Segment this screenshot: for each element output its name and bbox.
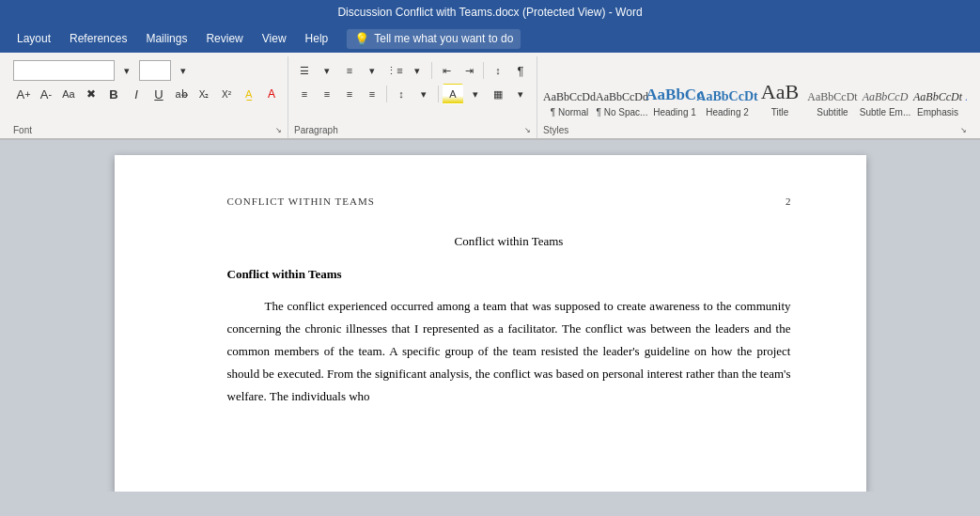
style-title-label: Title xyxy=(771,107,789,117)
para-divider1 xyxy=(431,62,432,79)
style-normal-label: ¶ Normal xyxy=(551,107,588,117)
tell-me-box[interactable]: 💡 Tell me what you want to do xyxy=(347,29,521,49)
style-emphasis[interactable]: AaBbCcDt Emphasis xyxy=(911,60,964,120)
style-heading2-label: Heading 2 xyxy=(706,107,749,117)
numbering-dropdown[interactable]: ▾ xyxy=(362,60,382,81)
font-grow-btn[interactable]: A+ xyxy=(13,84,34,104)
style-no-space[interactable]: AaBbCcDd ¶ No Spac... xyxy=(596,60,648,120)
style-intense-preview: AaBbCcDt xyxy=(966,65,967,104)
strikethrough-btn[interactable]: ab̶ xyxy=(171,84,192,104)
menu-bar: Layout References Mailings Review View H… xyxy=(0,24,980,53)
align-left-btn[interactable]: ≡ xyxy=(294,84,315,104)
subscript-btn[interactable]: X₂ xyxy=(194,84,214,104)
menu-references[interactable]: References xyxy=(60,28,136,49)
font-size-input[interactable] xyxy=(139,60,171,81)
style-subtle-em-preview: AaBbCcD xyxy=(863,65,909,104)
style-emphasis-label: Emphasis xyxy=(917,107,958,117)
shading-btn[interactable]: A xyxy=(443,84,463,104)
style-normal[interactable]: AaBbCcDd ¶ Normal xyxy=(543,60,596,120)
font-expand-icon[interactable]: ↘ xyxy=(275,126,282,134)
font-group-label: Font ↘ xyxy=(13,123,282,138)
menu-review[interactable]: Review xyxy=(196,28,252,49)
menu-mailings[interactable]: Mailings xyxy=(136,28,196,49)
font-color-btn[interactable]: A xyxy=(261,84,282,104)
font-label-text: Font xyxy=(13,125,32,135)
indent-increase-btn[interactable]: ⇥ xyxy=(459,60,479,81)
page-center-title: Conflict within Teams xyxy=(227,230,791,252)
font-shrink-btn[interactable]: A- xyxy=(36,84,56,104)
title-bar: Discussion Conflict with Teams.docx (Pro… xyxy=(0,0,980,24)
paragraph-group-body: ☰ ▾ ≡ ▾ ⋮≡ ▾ ⇤ ⇥ ↕ ¶ ≡ ≡ ≡ ≡ xyxy=(294,56,531,123)
align-center-btn[interactable]: ≡ xyxy=(317,84,337,104)
section-heading: Conflict within Teams xyxy=(227,263,791,285)
indent-decrease-btn[interactable]: ⇤ xyxy=(436,60,457,81)
line-spacing-btn[interactable]: ↕ xyxy=(391,84,412,104)
align-justify-btn[interactable]: ≡ xyxy=(362,84,382,104)
italic-btn[interactable]: I xyxy=(126,84,147,104)
style-subtitle[interactable]: AaBbCcDt Subtitle xyxy=(806,60,859,120)
clear-format-btn[interactable]: ✖ xyxy=(81,84,101,104)
styles-body: AaBbCcDd ¶ Normal AaBbCcDd ¶ No Spac... xyxy=(543,56,967,123)
style-no-space-label: ¶ No Spac... xyxy=(597,107,648,117)
style-title[interactable]: AaB Title xyxy=(754,60,806,120)
para-row1: ☰ ▾ ≡ ▾ ⋮≡ ▾ ⇤ ⇥ ↕ ¶ xyxy=(294,60,531,81)
ribbon-groups-row: ▾ ▾ A+ A- Aa ✖ B I U ab̶ X₂ X² A̲ A xyxy=(0,53,980,138)
para-label-text: Paragraph xyxy=(294,125,338,135)
bullets-btn[interactable]: ☰ xyxy=(294,60,315,81)
font-name-dropdown[interactable]: ▾ xyxy=(117,60,137,81)
align-right-btn[interactable]: ≡ xyxy=(339,84,360,104)
lightbulb-icon: 💡 xyxy=(354,32,369,46)
style-heading2-preview: AaBbCcDt xyxy=(696,65,757,104)
style-emphasis-preview: AaBbCcDt xyxy=(913,65,962,104)
multilevel-btn[interactable]: ⋮≡ xyxy=(384,60,405,81)
style-heading1-label: Heading 1 xyxy=(653,107,696,117)
menu-help[interactable]: Help xyxy=(296,28,338,49)
style-subtle-em-label: Subtle Em... xyxy=(860,107,910,117)
style-heading2[interactable]: AaBbCcDt Heading 2 xyxy=(701,60,754,120)
header-right: 2 xyxy=(786,193,791,211)
tell-me-text: Tell me what you want to do xyxy=(374,32,513,45)
styles-label-text: Styles xyxy=(543,125,568,135)
para-divider4 xyxy=(438,86,439,102)
font-size-dropdown[interactable]: ▾ xyxy=(173,60,194,81)
style-subtle-em[interactable]: AaBbCcD Subtle Em... xyxy=(859,60,911,120)
menu-layout[interactable]: Layout xyxy=(8,28,60,49)
styles-group: AaBbCcDd ¶ Normal AaBbCcDd ¶ No Spac... xyxy=(537,56,972,138)
border-btn[interactable]: ▦ xyxy=(488,84,508,104)
numbering-btn[interactable]: ≡ xyxy=(339,60,360,81)
font-case-btn[interactable]: Aa xyxy=(58,84,79,104)
style-heading1[interactable]: AaBbCc Heading 1 xyxy=(648,60,701,120)
text-highlight-btn[interactable]: A̲ xyxy=(239,84,259,104)
style-intense[interactable]: AaBbCcDt Inten... xyxy=(964,60,967,120)
show-marks-btn[interactable]: ¶ xyxy=(510,60,531,81)
menu-view[interactable]: View xyxy=(253,28,296,49)
style-no-space-preview: AaBbCcDd xyxy=(596,65,648,104)
font-name-input[interactable] xyxy=(13,60,115,81)
style-title-preview: AaB xyxy=(761,65,799,104)
style-heading1-preview: AaBbCc xyxy=(646,65,703,104)
underline-btn[interactable]: U xyxy=(148,84,169,104)
multilevel-dropdown[interactable]: ▾ xyxy=(407,60,428,81)
para-expand-icon[interactable]: ↘ xyxy=(524,126,531,134)
font-name-row: ▾ ▾ xyxy=(13,60,194,81)
para-divider2 xyxy=(483,62,484,79)
superscript-btn[interactable]: X² xyxy=(216,84,237,104)
shading-dropdown[interactable]: ▾ xyxy=(465,84,486,104)
font-format-row: A+ A- Aa ✖ B I U ab̶ X₂ X² A̲ A xyxy=(13,84,282,104)
border-dropdown[interactable]: ▾ xyxy=(510,84,531,104)
document-area: CONFLICT WITHIN TEAMS 2 Conflict within … xyxy=(0,140,980,492)
title-text: Discussion Conflict with Teams.docx (Pro… xyxy=(337,6,642,19)
bullets-dropdown[interactable]: ▾ xyxy=(317,60,337,81)
style-subtitle-label: Subtitle xyxy=(817,107,848,117)
style-normal-preview: AaBbCcDd xyxy=(543,65,596,104)
paragraph-group-label: Paragraph ↘ xyxy=(294,123,531,138)
line-spacing-dropdown[interactable]: ▾ xyxy=(413,84,434,104)
sort-btn[interactable]: ↕ xyxy=(488,60,508,81)
bold-btn[interactable]: B xyxy=(103,84,124,104)
page: CONFLICT WITHIN TEAMS 2 Conflict within … xyxy=(115,155,866,492)
styles-group-label: Styles ↘ xyxy=(543,123,967,138)
paragraph-text[interactable]: The conflict experienced occurred among … xyxy=(227,295,791,408)
font-group-body: ▾ ▾ A+ A- Aa ✖ B I U ab̶ X₂ X² A̲ A xyxy=(13,56,282,123)
styles-scroll: AaBbCcDd ¶ Normal AaBbCcDd ¶ No Spac... xyxy=(543,60,967,120)
styles-expand-icon[interactable]: ↘ xyxy=(960,126,967,134)
